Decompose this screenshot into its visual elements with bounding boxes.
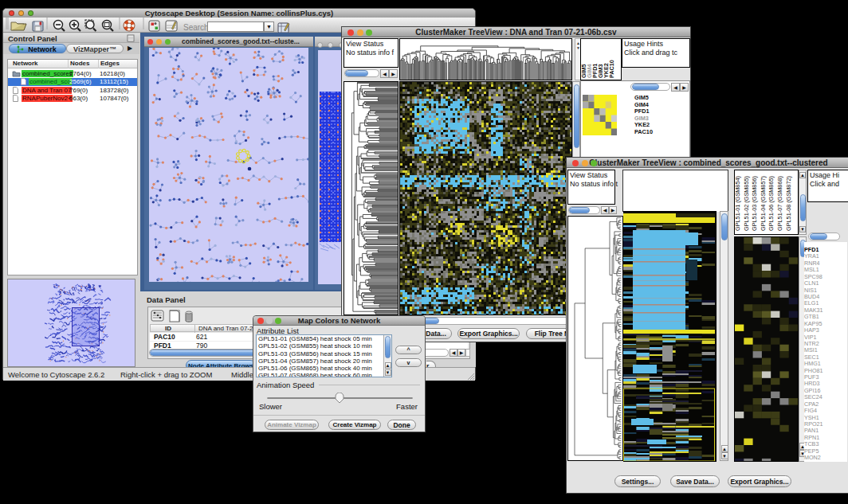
svg-text:GPL51-03 (GSM856): GPL51-03 (GSM856) xyxy=(751,176,758,231)
svg-text:GPL51-02 (GSM855): GPL51-02 (GSM855) xyxy=(743,176,750,231)
svg-text:GPL51-06 (GSM865): GPL51-06 (GSM865) xyxy=(768,176,775,231)
svg-text:GPL51-04 (GSM857): GPL51-04 (GSM857) xyxy=(760,176,767,231)
svg-text:GPL51-01 (GSM854): GPL51-01 (GSM854) xyxy=(735,176,741,231)
svg-text:GPL51-07 (GSM868): GPL51-07 (GSM868) xyxy=(776,176,783,231)
svg-text:GPL51-08 (GSM872): GPL51-08 (GSM872) xyxy=(785,176,792,231)
svg-text:PAC10: PAC10 xyxy=(608,60,615,78)
